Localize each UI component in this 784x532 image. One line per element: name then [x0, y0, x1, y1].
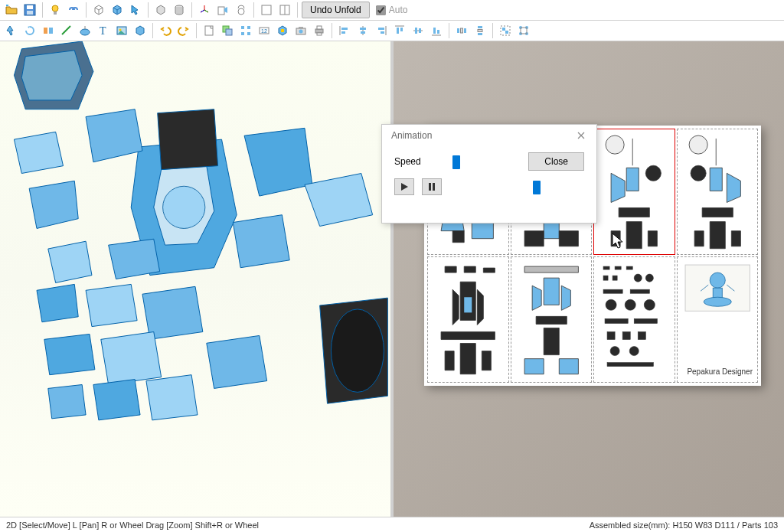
save-button[interactable] [21, 2, 38, 18]
progress-slider[interactable] [449, 181, 584, 193]
pause-button[interactable] [422, 178, 442, 195]
dialog-close-button[interactable] [572, 128, 590, 143]
svg-text:12: 12 [261, 28, 267, 34]
svg-point-81 [625, 299, 635, 310]
viewport-3d[interactable] [0, 41, 390, 517]
rotate-tool-button[interactable] [21, 22, 38, 39]
group-button[interactable] [497, 22, 514, 39]
align-right-button[interactable] [373, 22, 390, 39]
block-tool-button[interactable] [132, 22, 149, 39]
edge-id-button[interactable]: 12 [256, 22, 273, 39]
svg-point-88 [610, 347, 619, 356]
svg-rect-2 [27, 11, 33, 15]
page-thumbnail[interactable] [427, 256, 509, 383]
svg-rect-87 [638, 331, 645, 339]
align-center-h-button[interactable] [354, 22, 371, 39]
texture-button[interactable] [274, 22, 291, 39]
svg-point-64 [331, 309, 384, 392]
open-button[interactable] [3, 2, 20, 18]
page-thumbnail[interactable] [677, 129, 759, 255]
close-icon [577, 132, 585, 139]
speed-slider[interactable] [440, 155, 521, 168]
page-button[interactable] [201, 22, 217, 39]
svg-rect-48 [433, 28, 436, 34]
svg-rect-57 [502, 28, 505, 31]
undo-button[interactable] [157, 22, 174, 39]
page-thumbnail[interactable] [593, 256, 675, 383]
page-thumbnail[interactable] [593, 129, 675, 255]
color-tool-button[interactable] [77, 22, 93, 39]
play-button[interactable] [394, 178, 414, 195]
window-split-button[interactable] [276, 2, 293, 18]
svg-rect-46 [419, 28, 421, 33]
svg-rect-54 [478, 33, 482, 35]
distribute-v-button[interactable] [472, 22, 488, 39]
align-bottom-button[interactable] [428, 22, 445, 39]
hint-button[interactable] [47, 2, 64, 18]
arrange-button[interactable] [237, 22, 254, 39]
select-tool-button[interactable] [3, 22, 20, 39]
auto-checkbox[interactable] [376, 5, 386, 15]
redo-button[interactable] [175, 22, 192, 39]
overlap-button[interactable] [219, 22, 236, 39]
distribute-h-button[interactable] [453, 22, 470, 39]
picture-tool-button[interactable] [113, 22, 130, 39]
svg-rect-33 [341, 28, 348, 30]
svg-rect-75 [612, 276, 617, 280]
svg-rect-29 [315, 29, 323, 33]
svg-rect-73 [626, 266, 632, 269]
page-thumbnail[interactable]: Pepakura Designer [677, 256, 759, 383]
model-3d [0, 41, 390, 517]
align-left-button[interactable] [336, 22, 353, 39]
text-tool-button[interactable]: T [95, 22, 112, 39]
svg-rect-37 [361, 31, 365, 34]
print-button[interactable] [311, 22, 328, 39]
svg-point-68 [645, 165, 661, 181]
svg-rect-72 [615, 266, 621, 269]
edge-tool-button[interactable] [58, 22, 75, 39]
svg-point-69 [689, 135, 707, 154]
cylinder-button[interactable] [171, 2, 188, 18]
cube-wire-button[interactable] [90, 2, 107, 18]
capture-button[interactable] [292, 22, 309, 39]
cube-solid-button[interactable] [109, 2, 126, 18]
svg-rect-16 [205, 26, 213, 35]
window-single-button[interactable] [258, 2, 275, 18]
svg-rect-84 [634, 318, 657, 323]
svg-point-80 [606, 299, 616, 310]
svg-rect-20 [247, 26, 250, 29]
close-button[interactable]: Close [528, 152, 584, 171]
svg-point-76 [634, 274, 642, 282]
animation-dialog[interactable]: Animation Speed Close [381, 124, 597, 224]
svg-point-70 [691, 165, 706, 181]
loop-button[interactable] [233, 2, 250, 18]
link-button[interactable] [65, 2, 82, 18]
flap-tool-button[interactable] [40, 22, 57, 39]
export-button[interactable] [214, 2, 231, 18]
pointer-button[interactable] [127, 2, 144, 18]
svg-rect-71 [603, 266, 609, 269]
undo-unfold-button[interactable]: Undo Unfold [302, 2, 370, 18]
align-center-v-button[interactable] [410, 22, 426, 39]
box-button[interactable] [152, 2, 169, 18]
statusbar: 2D [Select/Move] L [Pan] R or Wheel Drag… [0, 517, 784, 532]
dialog-titlebar[interactable]: Animation [382, 125, 596, 146]
svg-rect-10 [44, 28, 47, 34]
svg-rect-52 [461, 28, 463, 33]
svg-rect-83 [605, 318, 628, 323]
page-thumbnail[interactable] [511, 256, 593, 383]
auto-checkbox-label[interactable]: Auto [376, 5, 408, 15]
axis-button[interactable] [196, 2, 213, 18]
play-icon [400, 182, 408, 191]
svg-rect-21 [241, 32, 244, 35]
speed-slider-thumb[interactable] [452, 155, 460, 169]
progress-slider-thumb[interactable] [533, 181, 541, 194]
page-label: Pepakura Designer [687, 367, 753, 376]
viewport-2d[interactable]: Pepakura Designer [394, 41, 784, 517]
svg-point-63 [163, 186, 205, 228]
svg-rect-45 [415, 28, 417, 34]
align-top-button[interactable] [391, 22, 408, 39]
svg-rect-34 [341, 31, 345, 34]
svg-rect-39 [378, 28, 384, 30]
ungroup-button[interactable] [515, 22, 532, 39]
